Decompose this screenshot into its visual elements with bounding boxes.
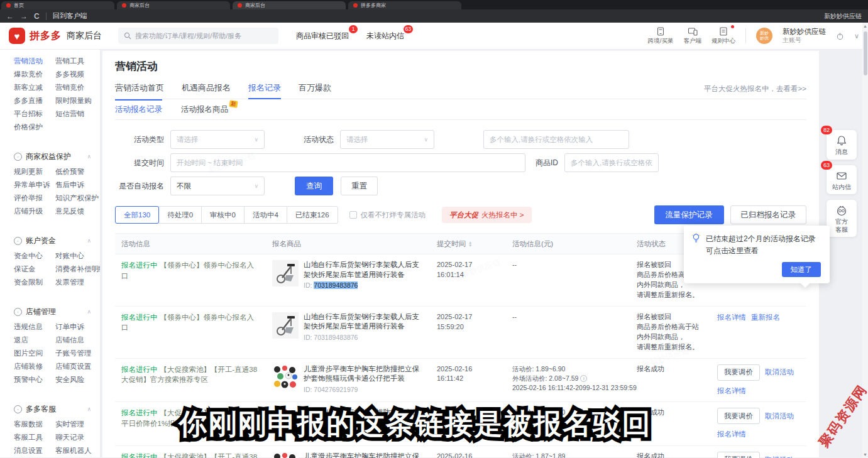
product-image[interactable]: [272, 364, 299, 391]
tab-报名记录[interactable]: 报名记录: [248, 79, 281, 99]
sidebar-item-退店[interactable]: 退店: [14, 334, 49, 347]
browser-tab[interactable]: 商家后台: [117, 1, 230, 9]
status-pill-已结束126[interactable]: 已结束126: [287, 206, 338, 224]
sidebar-item-售后申诉[interactable]: 售后申诉: [55, 178, 100, 192]
sidebar-item-店铺装修[interactable]: 店铺装修: [14, 360, 49, 373]
sidebar-item-短信营销[interactable]: 短信营销: [55, 107, 100, 121]
address-text[interactable]: 回到客户端: [53, 11, 87, 21]
sidebar-item-评价举报[interactable]: 评价举报: [14, 192, 49, 205]
status-pill-全部130[interactable]: 全部130: [115, 206, 159, 224]
reload-icon[interactable]: C: [34, 13, 40, 20]
browser-tab[interactable]: 拼多多商家: [348, 1, 461, 9]
product-id-value[interactable]: 703189483876: [314, 334, 358, 341]
sidebar-item-图片空间[interactable]: 图片空间: [14, 347, 49, 360]
info-icon[interactable]: i: [580, 375, 587, 382]
sidebar-item-子账号管理[interactable]: 子账号管理: [55, 347, 100, 360]
action-link-取消活动[interactable]: 取消活动: [765, 455, 794, 458]
sidebar-item-营销活动[interactable]: 营销活动: [14, 55, 49, 68]
subtab-活动报名记录[interactable]: 活动报名记录: [115, 99, 162, 120]
chevron-down-icon[interactable]: ∨: [854, 32, 859, 40]
scrollbar-thumb[interactable]: [864, 31, 867, 75]
action-link-报名详情[interactable]: 报名详情: [717, 312, 746, 323]
sidebar-item-店铺页设置[interactable]: 店铺页设置: [55, 360, 100, 373]
promo-link[interactable]: 平台大促火热报名中，去看看>>: [704, 84, 806, 94]
browser-tab[interactable]: 首页: [1, 1, 114, 9]
reset-button[interactable]: 重置: [341, 177, 378, 195]
activity-id-input[interactable]: [490, 136, 623, 143]
sidebar-item-知识产权保护[interactable]: 知识产权保护: [55, 192, 100, 205]
unread-mail-link[interactable]: 未读站内信63: [366, 31, 404, 41]
sidebar-item-安全风险[interactable]: 安全风险: [55, 373, 100, 386]
product-image[interactable]: [272, 260, 299, 286]
activity-status-select[interactable]: 请选择∨: [340, 130, 434, 149]
power-icon[interactable]: [836, 32, 844, 40]
sidebar-item-资金中心[interactable]: 资金中心: [14, 249, 49, 263]
flow-protect-button[interactable]: 流量保护记录: [654, 205, 724, 224]
sidebar-item-保证金[interactable]: 保证金: [14, 263, 49, 276]
status-pill-活动中4[interactable]: 活动中4: [244, 206, 287, 224]
avatar[interactable]: 新妙妙供: [756, 28, 772, 44]
sidebar-item-违规信息[interactable]: 违规信息: [14, 320, 49, 334]
sidebar-item-多多直播[interactable]: 多多直播: [14, 94, 49, 107]
sidebar-item-对账中心[interactable]: 对账中心: [55, 249, 101, 263]
rail-button-站内信[interactable]: 63站内信: [827, 165, 857, 195]
search-input[interactable]: [135, 32, 273, 40]
submit-time-input[interactable]: [177, 159, 519, 166]
checkbox-icon[interactable]: [349, 211, 357, 219]
sidebar-group-header[interactable]: ◦店铺管理∧: [14, 305, 100, 319]
browser-profile[interactable]: 新妙妙供应链: [824, 12, 862, 21]
sidebar-item-低价预警[interactable]: 低价预警: [55, 165, 100, 178]
action-link-重新报名[interactable]: 重新报名: [751, 312, 780, 323]
status-pill-审核中0[interactable]: 审核中0: [201, 206, 244, 224]
only-special-checkbox-wrap[interactable]: 仅看不打烊专属活动: [349, 210, 426, 220]
product-id[interactable]: ID: 703189483876: [304, 281, 424, 290]
status-pill-待处理0[interactable]: 待处理0: [158, 206, 202, 224]
sidebar-item-多多视频[interactable]: 多多视频: [55, 68, 100, 81]
action-link-报名详情[interactable]: 报名详情: [717, 386, 746, 396]
quicklink-跨境/买菜[interactable]: 跨境/买菜: [648, 26, 674, 45]
sidebar-item-平台招标[interactable]: 平台招标: [14, 107, 49, 121]
pinduoduo-logo-icon[interactable]: ♥: [9, 28, 25, 44]
scroll-down-icon[interactable]: ▼: [862, 452, 868, 457]
sidebar-item-订单申诉[interactable]: 订单申诉: [55, 320, 100, 334]
sidebar-item-营销工具[interactable]: 营销工具: [55, 55, 100, 68]
scroll-up-icon[interactable]: ▲: [862, 24, 868, 28]
rail-button-官方客服[interactable]: 官方客服: [827, 200, 857, 237]
query-button[interactable]: 查询: [295, 177, 333, 195]
sidebar-item-意见反馈[interactable]: 意见反馈: [55, 205, 100, 218]
account-info[interactable]: 新妙妙供应链 主账号: [783, 28, 826, 44]
product-id-value[interactable]: 703189483876: [314, 281, 358, 289]
sidebar-item-资金限制[interactable]: 资金限制: [14, 276, 49, 289]
product-id[interactable]: ID: 704276921979: [304, 385, 424, 395]
action-button-我要调价[interactable]: 我要调价: [717, 364, 760, 381]
action-button-我要调价[interactable]: 我要调价: [717, 452, 760, 458]
sidebar-item-店铺信息[interactable]: 店铺信息: [55, 334, 100, 347]
action-link-取消活动[interactable]: 取消活动: [765, 367, 794, 378]
product-image[interactable]: [272, 312, 299, 339]
product-id-value[interactable]: 704276921979: [314, 386, 358, 393]
tab-营销活动首页[interactable]: 营销活动首页: [115, 79, 164, 99]
sidebar-item-规则更新[interactable]: 规则更新: [14, 165, 49, 178]
sidebar-item-预警中心[interactable]: 预警中心: [14, 373, 49, 386]
quicklink-规则中心[interactable]: 规则中心: [711, 26, 735, 45]
browser-tab[interactable]: 商家后台: [233, 1, 346, 9]
sidebar-item-新客立减[interactable]: 新客立减: [14, 81, 49, 94]
forward-icon[interactable]: →: [20, 13, 28, 20]
sidebar-item-爆款竞价[interactable]: 爆款竞价: [14, 68, 49, 81]
back-icon[interactable]: ←: [6, 13, 14, 20]
activity-type-select[interactable]: 请选择∨: [170, 130, 265, 149]
global-search[interactable]: [118, 28, 278, 44]
product-id[interactable]: ID: 703189483876: [304, 333, 424, 342]
subtab-活动报名商品[interactable]: 活动报名商品新: [181, 99, 228, 120]
sidebar-item-限时限量购[interactable]: 限时限量购: [55, 94, 100, 107]
goods-id-input[interactable]: [571, 159, 652, 166]
sidebar-item-消费者补偿明细[interactable]: 消费者补偿明细: [55, 263, 101, 276]
tooltip-ok-button[interactable]: 知道了: [782, 262, 821, 277]
sidebar-item-异常单申诉[interactable]: 异常单申诉: [14, 178, 49, 192]
sidebar-item-营销竞价[interactable]: 营销竞价: [55, 81, 100, 94]
product-image[interactable]: [272, 452, 299, 458]
sidebar-group-header[interactable]: ◦商家权益保护∧: [14, 150, 100, 163]
sidebar-item-消息设置[interactable]: 消息设置: [14, 444, 49, 457]
sidebar-item-客服机器人[interactable]: 客服机器人: [55, 444, 100, 457]
sidebar-group-header[interactable]: ◦账户资金∧: [14, 234, 100, 248]
